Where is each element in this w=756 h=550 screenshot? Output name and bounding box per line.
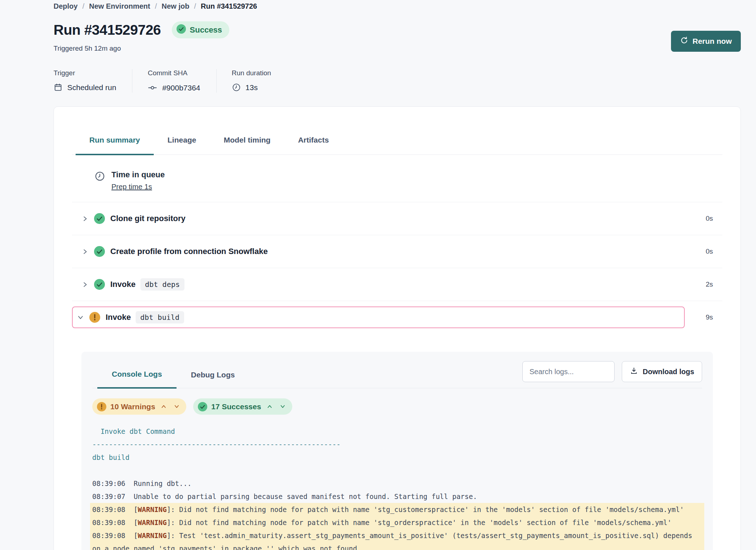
- logs-actions: Download logs: [522, 361, 702, 388]
- time-in-queue-section: Time in queue Prep time 1s: [72, 155, 722, 202]
- step-success-icon: [94, 279, 105, 290]
- check-circle-icon: [177, 24, 186, 36]
- next-match-button[interactable]: [172, 403, 181, 410]
- meta-value-text: 13s: [246, 83, 258, 92]
- logs-tabs: Console LogsDebug Logs: [92, 361, 249, 388]
- step-duration: 2s: [706, 280, 713, 288]
- chevron-right-icon[interactable]: [82, 249, 90, 255]
- chevron-down-icon[interactable]: [77, 314, 85, 321]
- breadcrumb-item[interactable]: New Environment: [89, 2, 150, 10]
- meta-value: 13s: [232, 83, 271, 92]
- step-row[interactable]: Invokedbt deps2s: [72, 268, 722, 301]
- breadcrumb-separator: /: [155, 2, 157, 10]
- breadcrumb-item[interactable]: Run #341529726: [201, 2, 257, 10]
- logs-panel: Console LogsDebug Logs Download logs 10 …: [81, 352, 713, 550]
- log-line: 08:39:08 [WARNING]: Did not find matchin…: [90, 503, 704, 516]
- tab-console-logs[interactable]: Console Logs: [97, 370, 177, 389]
- step-highlight-box: Invokedbt build: [72, 306, 685, 328]
- log-line: Invoke dbt Command: [90, 425, 704, 438]
- step-command-chip: dbt deps: [140, 278, 184, 291]
- log-line: 08:39:07 Unable to do partial parsing be…: [90, 490, 704, 503]
- tab-model-timing[interactable]: Model timing: [210, 136, 284, 155]
- warning-tag: WARNING: [138, 505, 167, 513]
- filter-pill-label: 17 Successes: [211, 402, 261, 411]
- status-badge-label: Success: [190, 25, 222, 35]
- log-line: 08:39:08 [WARNING]: Did not find matchin…: [90, 516, 704, 529]
- log-filter-pills: 10 Warnings17 Successes: [92, 398, 702, 415]
- step-duration: 0s: [706, 215, 713, 223]
- step-warning-icon: [89, 312, 100, 323]
- meta-value: Scheduled run: [54, 83, 116, 92]
- log-line: dbt build: [90, 451, 704, 464]
- triggered-text: Triggered 5h 12m ago: [54, 45, 229, 52]
- log-line: [90, 464, 704, 477]
- prev-match-button[interactable]: [159, 403, 168, 410]
- time-in-queue-title: Time in queue: [111, 170, 165, 179]
- successes-filter-pill: 17 Successes: [193, 398, 292, 415]
- commit-icon: [148, 83, 157, 93]
- warnings-filter-pill: 10 Warnings: [92, 398, 186, 415]
- tab-artifacts[interactable]: Artifacts: [284, 136, 343, 155]
- tab-run-summary[interactable]: Run summary: [76, 136, 154, 155]
- step-row[interactable]: Invokedbt build9s: [72, 301, 722, 334]
- warning-tag: WARNING: [138, 519, 167, 526]
- prep-time-link[interactable]: Prep time 1s: [111, 183, 152, 191]
- calendar-icon: [54, 83, 63, 92]
- meta-column: Commit SHA#900b7364: [132, 69, 216, 93]
- search-logs-input[interactable]: [522, 361, 615, 382]
- run-card: Run summaryLineageModel timingArtifacts …: [54, 106, 741, 550]
- run-detail-page: Deploy/New Environment/New job/Run #3415…: [0, 0, 756, 550]
- step-title: Create profile from connection Snowflake: [110, 247, 268, 256]
- rerun-now-label: Rerun now: [693, 37, 732, 46]
- run-meta: TriggerScheduled runCommit SHA#900b7364R…: [54, 69, 741, 93]
- tab-debug-logs[interactable]: Debug Logs: [177, 371, 249, 388]
- breadcrumb-item[interactable]: New job: [162, 2, 190, 10]
- log-line: ----------------------------------------…: [90, 438, 704, 451]
- rerun-now-button[interactable]: Rerun now: [671, 31, 741, 52]
- download-icon: [630, 367, 638, 377]
- step-command-chip: dbt build: [136, 311, 184, 323]
- logs-header: Console LogsDebug Logs Download logs: [92, 361, 702, 388]
- step-row[interactable]: Create profile from connection Snowflake…: [72, 235, 722, 268]
- breadcrumb-item[interactable]: Deploy: [54, 2, 78, 10]
- step-success-icon: [94, 213, 105, 224]
- step-title: Invoke: [110, 280, 136, 289]
- log-line: 08:39:08 [WARNING]: Test 'test.admin_mat…: [90, 529, 704, 550]
- step-success-icon: [94, 246, 105, 257]
- chevron-right-icon[interactable]: [82, 282, 90, 288]
- meta-column: Run duration13s: [216, 69, 287, 93]
- run-title-block: Run #341529726 Success Triggered 5h 12m …: [54, 21, 229, 52]
- filter-pill-label: 10 Warnings: [110, 402, 155, 411]
- step-row[interactable]: Clone git repository0s: [72, 202, 722, 235]
- chevron-right-icon[interactable]: [82, 216, 90, 222]
- breadcrumb: Deploy/New Environment/New job/Run #3415…: [54, 2, 741, 10]
- step-duration: 0s: [706, 248, 713, 255]
- meta-value-text: Scheduled run: [67, 83, 116, 92]
- meta-column: TriggerScheduled run: [54, 69, 132, 93]
- step-title: Clone git repository: [110, 214, 186, 223]
- next-match-button[interactable]: [278, 403, 287, 410]
- clock-icon: [232, 83, 241, 92]
- run-tabs: Run summaryLineageModel timingArtifacts: [72, 136, 722, 155]
- breadcrumb-separator: /: [82, 2, 85, 10]
- meta-value: #900b7364: [148, 83, 200, 93]
- log-line: 08:39:06 Running dbt...: [90, 477, 704, 490]
- console-log-output: Invoke dbt Command----------------------…: [92, 425, 702, 550]
- prev-match-button[interactable]: [265, 403, 274, 410]
- meta-label: Trigger: [54, 69, 116, 77]
- download-logs-label: Download logs: [643, 368, 694, 376]
- run-header: Run #341529726 Success Triggered 5h 12m …: [54, 21, 741, 52]
- page-title: Run #341529726: [54, 22, 161, 38]
- meta-label: Run duration: [232, 69, 271, 77]
- meta-value-text: #900b7364: [162, 84, 200, 92]
- warning-circle-icon: [97, 402, 106, 411]
- meta-label: Commit SHA: [148, 69, 200, 77]
- steps-list: Clone git repository0sCreate profile fro…: [72, 202, 722, 334]
- refresh-icon: [680, 36, 688, 46]
- status-badge: Success: [172, 21, 229, 38]
- breadcrumb-separator: /: [194, 2, 196, 10]
- clock-icon: [94, 171, 105, 191]
- warning-tag: WARNING: [138, 532, 167, 540]
- download-logs-button[interactable]: Download logs: [622, 361, 702, 382]
- tab-lineage[interactable]: Lineage: [154, 136, 210, 155]
